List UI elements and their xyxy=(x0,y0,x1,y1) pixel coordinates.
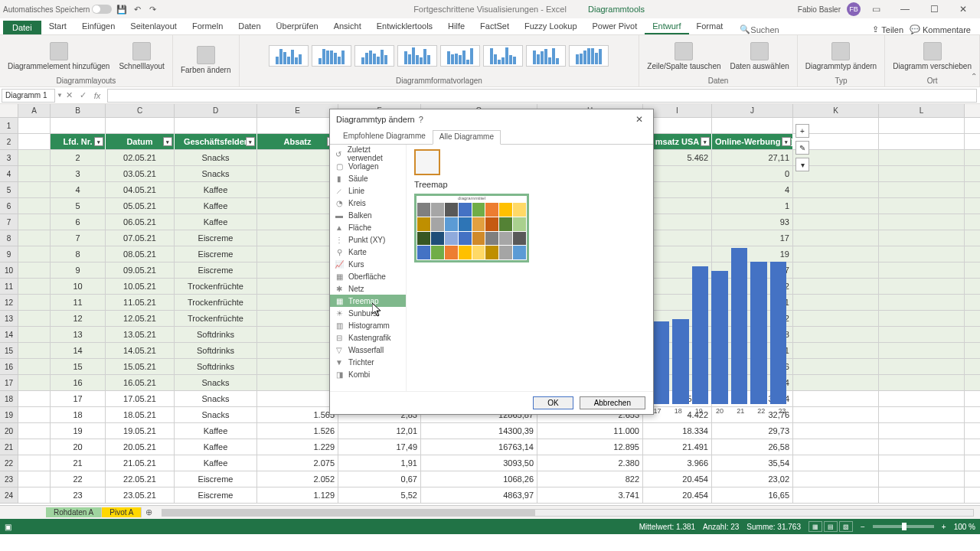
cell[interactable] xyxy=(879,439,965,455)
cell[interactable]: 17 xyxy=(51,391,106,406)
cell[interactable] xyxy=(879,423,965,439)
cell[interactable] xyxy=(879,375,965,390)
cell[interactable] xyxy=(793,311,879,326)
chart-type-kombi[interactable]: ◨Kombi xyxy=(330,368,406,380)
cell[interactable]: 18 xyxy=(51,407,106,422)
page-layout-icon[interactable]: ▤ xyxy=(824,521,838,532)
close-icon[interactable]: ✕ xyxy=(949,2,977,17)
chart-type-treemap[interactable]: ▦Treemap xyxy=(330,295,406,307)
toggle-switch-icon[interactable] xyxy=(92,5,112,14)
cell[interactable]: 17,49 xyxy=(338,439,421,455)
cell[interactable] xyxy=(793,391,879,406)
chart-style-thumb[interactable] xyxy=(269,45,309,67)
cell[interactable]: Snacks xyxy=(175,375,257,390)
chart-style-thumb[interactable] xyxy=(397,45,437,67)
cell[interactable]: 14300,39 xyxy=(421,423,537,439)
cell[interactable]: 11 xyxy=(51,295,106,310)
cell[interactable] xyxy=(18,182,51,197)
treemap-preview[interactable]: diagrammtitel xyxy=(414,194,529,262)
cell[interactable]: 4863,97 xyxy=(421,487,537,503)
cell[interactable]: 2.075 xyxy=(257,455,338,471)
share-button[interactable]: ⇪Teilen xyxy=(872,24,903,34)
chart-type-netz[interactable]: ✱Netz xyxy=(330,282,406,295)
cell[interactable] xyxy=(18,150,51,165)
cell[interactable] xyxy=(18,343,51,358)
cell[interactable]: 13 xyxy=(51,327,106,342)
cell[interactable] xyxy=(51,118,106,133)
cell[interactable] xyxy=(793,455,879,471)
table-row[interactable]: 1919.05.21Kaffee1.52612,0114300,3911.000… xyxy=(18,423,980,439)
cell[interactable] xyxy=(879,407,965,422)
chart-style-thumb[interactable] xyxy=(312,45,351,67)
cell[interactable]: 1 xyxy=(257,327,338,342)
chart-style-thumb[interactable] xyxy=(354,45,394,67)
autosave-toggle[interactable]: Automatisches Speichern xyxy=(3,5,112,14)
chart-type-flche[interactable]: ▲Fläche xyxy=(330,221,406,233)
cell[interactable] xyxy=(18,311,51,326)
col-header[interactable]: E xyxy=(257,104,338,117)
row-header[interactable]: 14 xyxy=(0,327,18,343)
cell[interactable]: Snacks xyxy=(175,150,257,165)
row-header[interactable]: 15 xyxy=(0,343,18,359)
cell[interactable] xyxy=(793,471,879,487)
col-header[interactable]: L xyxy=(879,104,965,117)
cell[interactable]: 20.05.21 xyxy=(106,439,175,455)
row-header[interactable]: 9 xyxy=(0,246,18,262)
cell[interactable]: Kaffee xyxy=(175,214,257,230)
fx-icon[interactable]: fx xyxy=(90,89,104,103)
cell[interactable]: 1 xyxy=(257,343,338,358)
collapse-ribbon-icon[interactable]: ⌃ xyxy=(971,72,977,80)
cell[interactable] xyxy=(18,487,51,503)
headeripa-cell[interactable]: Lfd. Nr.▾ xyxy=(51,134,106,149)
table-row[interactable]: 2121.05.21Kaffee2.0751,913093,502.3803.9… xyxy=(18,455,980,471)
cell[interactable] xyxy=(879,262,965,278)
cell[interactable]: 1 xyxy=(257,262,338,278)
cell[interactable]: 21.491 xyxy=(643,439,712,455)
page-break-icon[interactable]: ▧ xyxy=(839,521,853,532)
cancel-button[interactable]: Abbrechen xyxy=(580,396,645,409)
cell[interactable]: 1.129 xyxy=(257,487,338,503)
tab-seitenlayout[interactable]: Seitenlayout xyxy=(122,19,185,34)
cell[interactable] xyxy=(793,407,879,422)
row-header[interactable]: 22 xyxy=(0,455,18,471)
tab-format[interactable]: Format xyxy=(689,19,731,34)
row-header[interactable]: 3 xyxy=(0,150,18,166)
cell[interactable]: 23 xyxy=(51,487,106,503)
cell[interactable] xyxy=(793,327,879,342)
cell[interactable] xyxy=(18,327,51,342)
row-header[interactable]: 2 xyxy=(0,134,18,150)
headeripa-cell[interactable]: Absatz▾ xyxy=(257,134,338,149)
quick-layout-button[interactable]: Schnelllayout xyxy=(116,41,167,72)
cell[interactable]: 14 xyxy=(51,343,106,358)
cell[interactable]: 822 xyxy=(537,471,643,487)
cell[interactable] xyxy=(18,118,51,133)
cell[interactable] xyxy=(879,279,965,294)
cell[interactable] xyxy=(879,343,965,358)
cell[interactable] xyxy=(879,311,965,326)
tab-file[interactable]: Datei xyxy=(3,21,41,34)
cell[interactable] xyxy=(18,246,51,262)
cell[interactable] xyxy=(18,214,51,230)
cell[interactable] xyxy=(793,246,879,262)
cell[interactable]: Snacks xyxy=(175,166,257,181)
cell[interactable]: 2.052 xyxy=(257,471,338,487)
cell[interactable]: Eiscreme xyxy=(175,246,257,262)
cell[interactable]: 17.05.21 xyxy=(106,391,175,406)
zoom-out-icon[interactable]: − xyxy=(861,523,865,531)
cell[interactable]: Kaffee xyxy=(175,439,257,455)
cell[interactable] xyxy=(793,230,879,246)
cell[interactable]: 1 xyxy=(257,150,338,165)
cell[interactable]: 05.05.21 xyxy=(106,198,175,214)
tab-überprüfen[interactable]: Überprüfen xyxy=(269,19,326,34)
cell[interactable]: 12.895 xyxy=(537,439,643,455)
cell[interactable]: 3.741 xyxy=(537,487,643,503)
cell[interactable]: 1 xyxy=(257,295,338,310)
cell[interactable]: Softdrinks xyxy=(175,343,257,358)
zoom-level[interactable]: 100 % xyxy=(954,523,975,531)
minimize-icon[interactable]: — xyxy=(891,2,919,17)
chart-type-karte[interactable]: ⚲Karte xyxy=(330,246,406,258)
cell[interactable]: 1 xyxy=(257,214,338,230)
cell[interactable] xyxy=(18,407,51,422)
row-header[interactable]: 12 xyxy=(0,295,18,311)
chart-type-kastengrafik[interactable]: ⊟Kastengrafik xyxy=(330,331,406,344)
